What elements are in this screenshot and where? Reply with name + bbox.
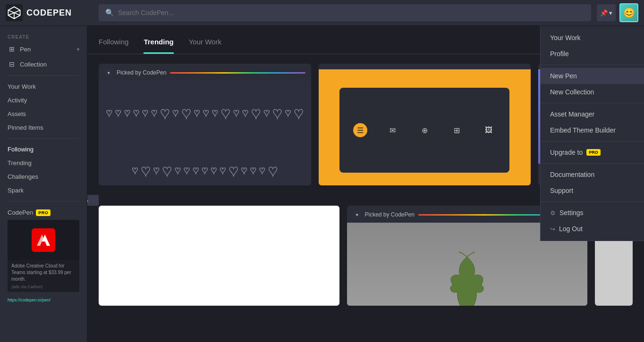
dropdown-divider-1 [541, 65, 644, 65]
sidebar-url: https://codepen.io/pen/ [0, 296, 87, 304]
codepen-text: CodePen [8, 209, 33, 216]
svg-line-8 [467, 252, 474, 257]
sidebar-item-yourwork[interactable]: Your Work [0, 80, 87, 93]
tab-yourwork[interactable]: Your Work [189, 38, 221, 54]
pen-icon: ⊞ [8, 45, 16, 53]
sidebar-item-activity[interactable]: Activity [0, 93, 87, 107]
pro-badge-dropdown: PRO [586, 149, 601, 156]
mantis-svg [443, 252, 491, 306]
spark-label: Spark [8, 187, 24, 194]
pen-card-blank: 👤 [99, 206, 339, 306]
sidebar-collection-label: Collection [20, 61, 47, 68]
ad-small: (ads via Carbon) [8, 284, 79, 292]
logo: CODEPEN [6, 4, 93, 21]
pen-preview-white [99, 206, 339, 306]
ad-text: Adobe Creative Cloud for Teams starting … [8, 260, 79, 284]
dropdown-item-assetmanager[interactable]: Asset Manager [541, 106, 644, 122]
trending-label: Trending [8, 159, 32, 167]
user-avatar-button[interactable]: 😊 [619, 3, 638, 22]
pen-preview-orange: ☰ ✉ ⊕ ⊞ 🖼 [319, 69, 531, 185]
collection-icon: ⊟ [8, 60, 16, 68]
challenges-label: Challenges [8, 173, 38, 180]
tab-trending[interactable]: Trending [144, 38, 173, 54]
svg-line-7 [460, 252, 467, 257]
topbar-right: 📌 ▾ 😊 [597, 3, 638, 22]
dropdown-divider-5 [541, 201, 644, 202]
pro-badge: PRO [36, 209, 51, 216]
sidebar-pen-label: Pen [20, 46, 31, 53]
sidebar-item-assets[interactable]: Assets [0, 107, 87, 121]
dropdown-item-documentation[interactable]: Documentation [541, 167, 644, 183]
dropdown-item-upgradepro[interactable]: Upgrade to PRO [541, 144, 644, 160]
next-arrow[interactable]: › [87, 195, 99, 206]
create-section-label: CREATE [0, 32, 87, 42]
dropdown-item-logout[interactable]: ↪ Log Out [541, 221, 644, 237]
assets-label: Assets [8, 110, 26, 117]
sidebar-divider-2 [8, 138, 79, 139]
picked-label-2: Picked by CodePen [365, 211, 415, 218]
sidebar-item-pen[interactable]: ⊞ Pen ▾ [0, 42, 87, 57]
pen-card-tabbar: ☰ ✉ ⊕ ⊞ 🖼 👤 Animated Tab Bar [319, 64, 531, 185]
settings-icon: ⚙ [550, 209, 556, 217]
dropdown-item-newpen[interactable]: New Pen [541, 68, 644, 84]
dropdown-item-settings[interactable]: ⚙ Settings [541, 205, 644, 221]
codepen-logo-text: CODEPEN [26, 8, 72, 18]
codepen-pro-section: CodePen PRO Adobe Creative Cloud for Tea… [0, 205, 87, 296]
pen-arrow-icon: ▾ [77, 47, 79, 52]
dropdown-menu: Your Work Profile New Pen New Collection… [540, 26, 644, 241]
tab-icon-layers: ⊕ [417, 123, 432, 137]
tab-icon-inbox: ✉ [385, 123, 399, 137]
picked-label-1: Picked by CodePen [117, 69, 166, 76]
sidebar-divider-1 [8, 75, 79, 76]
dropdown-item-yourwork[interactable]: Your Work [541, 30, 644, 46]
yourwork-label: Your Work [8, 83, 36, 90]
search-icon: 🔍 [105, 8, 114, 17]
codepen-pro-label: CodePen PRO [8, 209, 79, 216]
search-bar[interactable]: 🔍 [99, 4, 591, 21]
pen-preview-hearts: ♥♥♥♥♥ ♥♥♥♥♥ ♥♥♥♥♥ ♥♥♥♥♥ ♥♥♥♥♥ ♥♥♥♥♥ ♥♥♥♥… [99, 81, 311, 185]
tab-icon-image: 🖼 [482, 123, 496, 137]
picked-bar-empty [319, 64, 531, 69]
tab-icon-menu: ☰ [353, 123, 367, 137]
sidebar-item-challenges[interactable]: Challenges [0, 170, 87, 184]
dropdown-item-embedthemebuilder[interactable]: Embed Theme Builder [541, 122, 644, 138]
dropdown-divider-3 [541, 141, 644, 142]
logout-icon: ↪ [550, 225, 555, 233]
sidebar: CREATE ⊞ Pen ▾ ⊟ Collection Your Work Ac… [0, 26, 87, 342]
dropdown-item-newcollection[interactable]: New Collection [541, 84, 644, 100]
following-label: Following [8, 146, 34, 153]
codepen-logo-icon [6, 4, 23, 21]
ad-image [8, 220, 79, 260]
sidebar-item-trending[interactable]: Trending [0, 156, 87, 170]
sidebar-divider-3 [8, 201, 79, 201]
tab-following[interactable]: Following [99, 38, 128, 54]
sidebar-item-following[interactable]: Following [0, 142, 87, 156]
sidebar-item-collection[interactable]: ⊟ Collection [0, 57, 87, 72]
rainbow-bar-1 [170, 72, 305, 74]
sidebar-item-pinneditems[interactable]: Pinned Items [0, 121, 87, 134]
tab-icon-layout: ⊞ [449, 123, 464, 137]
picked-bar-1: ✦ Picked by CodePen [99, 64, 311, 81]
dropdown-item-support[interactable]: Support [541, 183, 644, 199]
codepen-picked-icon-1: ✦ [104, 68, 113, 77]
adobe-icon [32, 228, 55, 252]
dropdown-item-profile[interactable]: Profile [541, 46, 644, 62]
topbar: CODEPEN 🔍 📌 ▾ 😊 [0, 0, 644, 26]
dropdown-divider-2 [541, 103, 644, 103]
tab-bar-preview: ☰ ✉ ⊕ ⊞ 🖼 [339, 88, 509, 173]
sidebar-item-spark[interactable]: Spark [0, 184, 87, 197]
search-input[interactable] [118, 9, 585, 17]
pinneditems-label: Pinned Items [8, 124, 43, 131]
activity-label: Activity [8, 97, 27, 104]
pen-card-hearts: ✦ Picked by CodePen ♥♥♥♥♥ ♥♥♥♥♥ ♥♥♥♥♥ ♥♥… [99, 64, 311, 185]
ad-box: Adobe Creative Cloud for Teams starting … [8, 220, 79, 292]
dropdown-divider-4 [541, 163, 644, 164]
pin-button[interactable]: 📌 ▾ [597, 4, 616, 21]
codepen-picked-icon-2: ✦ [353, 210, 361, 219]
